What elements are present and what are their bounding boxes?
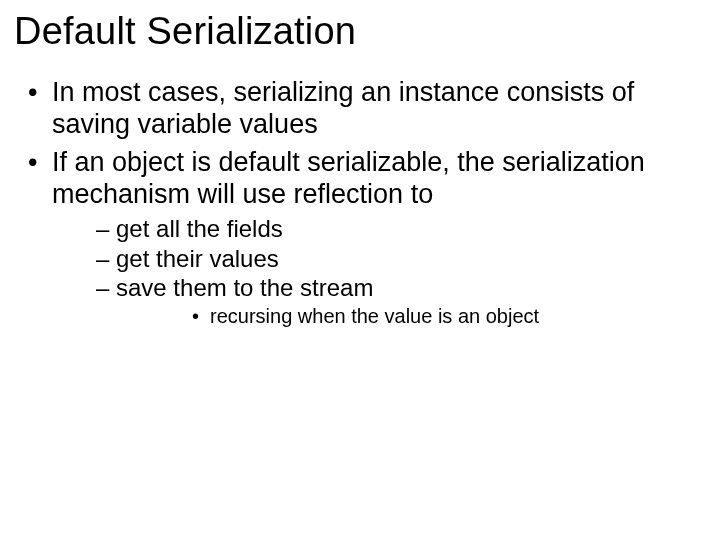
bullet-text: If an object is default serializable, th… [52, 147, 645, 209]
bullet-text: get all the fields [116, 215, 283, 242]
slide-title: Default Serialization [14, 10, 702, 53]
list-item: get all the fields [52, 214, 702, 243]
list-item: recursing when the value is an object [116, 304, 702, 329]
list-item: get their values [52, 244, 702, 273]
sub-bullet-list: get all the fields get their values save… [52, 214, 702, 329]
bullet-text: In most cases, serializing an instance c… [52, 77, 634, 139]
bullet-text: save them to the stream [116, 274, 373, 301]
bullet-text: get their values [116, 245, 279, 272]
bullet-list: In most cases, serializing an instance c… [14, 77, 702, 329]
list-item: In most cases, serializing an instance c… [14, 77, 702, 141]
bullet-text: recursing when the value is an object [210, 305, 539, 327]
slide: Default Serialization In most cases, ser… [0, 0, 720, 540]
sub-sub-bullet-list: recursing when the value is an object [116, 304, 702, 329]
list-item: save them to the stream recursing when t… [52, 273, 702, 329]
list-item: If an object is default serializable, th… [14, 147, 702, 330]
